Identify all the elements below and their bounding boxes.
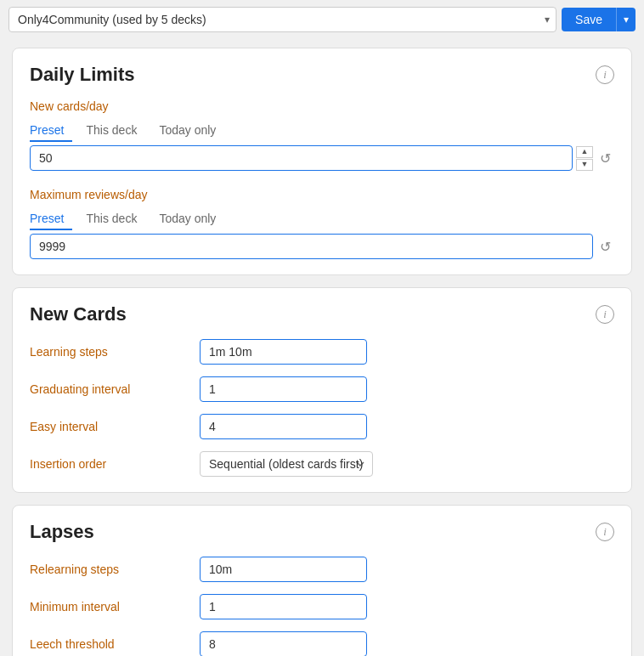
new-cards-section-header: New Cards i — [30, 303, 614, 325]
minimum-interval-row: Minimum interval — [30, 594, 614, 619]
leech-threshold-input[interactable] — [200, 631, 367, 656]
new-cards-spin-up[interactable]: ▲ — [576, 146, 593, 158]
max-reviews-label: Maximum reviews/day — [30, 188, 614, 201]
relearning-steps-label: Relearning steps — [30, 563, 200, 576]
lapses-header: Lapses i — [30, 521, 614, 543]
daily-limits-section: Daily Limits i New cards/day Preset This… — [12, 48, 632, 275]
main-content: Daily Limits i New cards/day Preset This… — [0, 39, 644, 656]
leech-threshold-row: Leech threshold — [30, 631, 614, 656]
relearning-steps-row: Relearning steps — [30, 557, 614, 582]
max-reviews-tab-today-only[interactable]: Today only — [145, 208, 224, 230]
new-cards-reset-button[interactable]: ↺ — [596, 149, 614, 168]
minimum-interval-label: Minimum interval — [30, 600, 200, 614]
relearning-steps-control — [200, 557, 614, 582]
max-reviews-input[interactable] — [30, 234, 593, 259]
graduating-interval-input[interactable] — [200, 376, 367, 402]
easy-interval-row: Easy interval — [30, 414, 614, 439]
minimum-interval-control — [200, 594, 614, 619]
leech-threshold-label: Leech threshold — [30, 637, 200, 651]
new-cards-tabs: Preset This deck Today only — [30, 120, 614, 142]
learning-steps-row: Learning steps — [30, 339, 614, 365]
lapses-title: Lapses — [30, 521, 94, 543]
new-cards-info-icon[interactable]: i — [596, 305, 614, 324]
new-cards-spin-down[interactable]: ▼ — [576, 159, 593, 171]
relearning-steps-input[interactable] — [200, 557, 367, 582]
max-reviews-input-row: ↺ — [30, 234, 614, 259]
easy-interval-label: Easy interval — [30, 420, 200, 433]
leech-threshold-control — [200, 631, 614, 656]
easy-interval-control — [200, 414, 614, 439]
max-reviews-reset-button[interactable]: ↺ — [596, 237, 614, 257]
daily-limits-title: Daily Limits — [30, 64, 134, 86]
new-cards-section-title: New Cards — [30, 303, 127, 325]
new-cards-input[interactable] — [30, 145, 573, 171]
save-button[interactable]: Save — [562, 8, 616, 31]
deck-select-wrapper: Only4Community (used by 5 decks) ▾ — [8, 7, 556, 32]
max-reviews-tabs: Preset This deck Today only — [30, 208, 614, 230]
save-dropdown-button[interactable]: ▾ — [616, 8, 636, 31]
new-cards-tab-this-deck[interactable]: This deck — [72, 120, 145, 142]
insertion-order-label: Insertion order — [30, 457, 200, 471]
insertion-order-control: Sequential (oldest cards first) Random — [200, 451, 614, 477]
new-cards-tab-preset[interactable]: Preset — [30, 120, 72, 142]
learning-steps-label: Learning steps — [30, 345, 200, 359]
new-cards-label: New cards/day — [30, 99, 614, 113]
new-cards-tab-today-only[interactable]: Today only — [145, 120, 224, 142]
insertion-order-select[interactable]: Sequential (oldest cards first) Random — [200, 451, 373, 477]
lapses-section: Lapses i Relearning steps Minimum interv… — [12, 505, 632, 656]
max-reviews-tab-this-deck[interactable]: This deck — [72, 208, 145, 230]
graduating-interval-row: Graduating interval — [30, 376, 614, 402]
daily-limits-info-icon[interactable]: i — [596, 65, 614, 84]
easy-interval-input[interactable] — [200, 414, 367, 439]
max-reviews-tab-preset[interactable]: Preset — [30, 208, 72, 230]
new-cards-spinbox: ▲ ▼ — [576, 146, 593, 171]
daily-limits-header: Daily Limits i — [30, 64, 614, 86]
learning-steps-input[interactable] — [200, 339, 367, 365]
top-bar: Only4Community (used by 5 decks) ▾ Save … — [0, 0, 644, 39]
new-cards-row: New cards/day Preset This deck Today onl… — [30, 99, 614, 171]
max-reviews-row: Maximum reviews/day Preset This deck Tod… — [30, 188, 614, 259]
new-cards-section: New Cards i Learning steps Graduating in… — [12, 287, 632, 493]
minimum-interval-input[interactable] — [200, 594, 367, 619]
learning-steps-control — [200, 339, 614, 365]
lapses-info-icon[interactable]: i — [596, 523, 614, 541]
graduating-interval-control — [200, 376, 614, 402]
insertion-order-row: Insertion order Sequential (oldest cards… — [30, 451, 614, 477]
graduating-interval-label: Graduating interval — [30, 382, 200, 396]
new-cards-input-row: ▲ ▼ ↺ — [30, 145, 614, 171]
deck-select[interactable]: Only4Community (used by 5 decks) — [8, 7, 556, 32]
save-btn-group: Save ▾ — [562, 8, 636, 31]
